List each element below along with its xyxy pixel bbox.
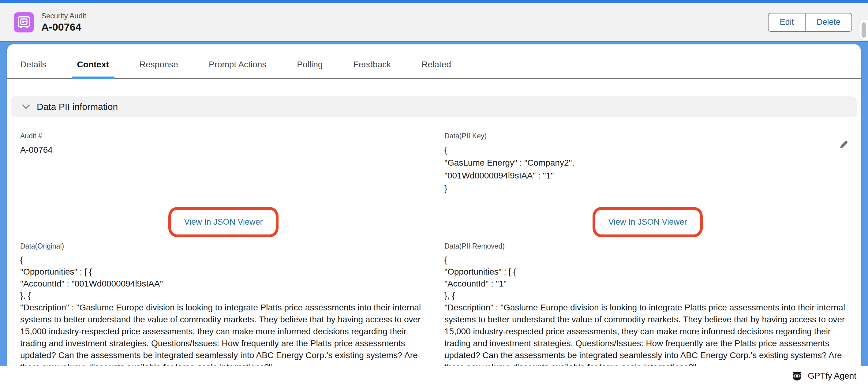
- tab-feedback[interactable]: Feedback: [353, 60, 391, 78]
- edit-pencil-icon[interactable]: [839, 140, 849, 150]
- agent-footer: GPTfy Agent: [0, 366, 868, 386]
- tab-details[interactable]: Details: [20, 60, 46, 78]
- field-data-original: Data(Original) { "Opportunities" : [ { "…: [20, 241, 427, 366]
- pii-key-value: { "GasLume Energy" : "Company2", "001Wd0…: [444, 144, 851, 195]
- safe-icon: [17, 16, 31, 29]
- data-pii-removed-value: { "Opportunities" : [ { "AccountId" : "1…: [444, 254, 851, 366]
- json-viewer-cell-left: View In JSON Viewer: [20, 202, 427, 237]
- annotation-box-right: View In JSON Viewer: [593, 207, 703, 237]
- tab-bar: Details Context Response Prompt Actions …: [7, 44, 861, 79]
- field-data-pii-removed: Data(PII Removed) { "Opportunities" : [ …: [444, 241, 851, 366]
- json-viewer-cell-right: View In JSON Viewer: [444, 202, 851, 237]
- audit-number-label: Audit #: [20, 131, 427, 141]
- scrollbar-thumb[interactable]: [862, 22, 866, 38]
- data-pii-removed-label: Data(PII Removed): [444, 241, 851, 251]
- chevron-down-icon[interactable]: [22, 105, 30, 109]
- tab-response[interactable]: Response: [140, 60, 178, 78]
- data-original-label: Data(Original): [20, 241, 427, 251]
- record-titles: Security Audit A-00764: [41, 12, 86, 33]
- data-original-value: { "Opportunities" : [ { "AccountId" : "0…: [20, 254, 427, 366]
- record-header: Security Audit A-00764 Edit Delete: [0, 3, 868, 41]
- record-type-label: Security Audit: [41, 12, 86, 20]
- edit-button[interactable]: Edit: [768, 13, 805, 32]
- audit-number-value: A-00764: [20, 144, 427, 156]
- security-audit-safe-icon: [14, 12, 34, 32]
- view-in-json-viewer-link-right[interactable]: View In JSON Viewer: [608, 217, 687, 227]
- annotation-box-left: View In JSON Viewer: [168, 207, 278, 237]
- view-in-json-viewer-link-left[interactable]: View In JSON Viewer: [184, 217, 262, 227]
- agent-label: GPTfy Agent: [808, 371, 856, 381]
- section-header-data-pii[interactable]: Data PII information: [11, 96, 857, 117]
- field-audit-number: Audit # A-00764: [20, 131, 427, 202]
- top-accent-bar: [0, 0, 868, 3]
- delete-button[interactable]: Delete: [805, 13, 852, 32]
- section-title: Data PII information: [37, 101, 118, 112]
- tab-prompt-actions[interactable]: Prompt Actions: [209, 60, 266, 78]
- field-pii-key: Data(PII Key) { "GasLume Energy" : "Comp…: [444, 131, 851, 202]
- record-detail-card: Details Context Response Prompt Actions …: [7, 44, 861, 366]
- tab-related[interactable]: Related: [422, 60, 451, 78]
- tab-context[interactable]: Context: [77, 60, 109, 78]
- tab-polling[interactable]: Polling: [297, 60, 322, 78]
- page-scrollbar[interactable]: [860, 20, 868, 40]
- pii-key-label: Data(PII Key): [444, 131, 851, 141]
- record-actions: Edit Delete: [768, 13, 852, 32]
- robot-agent-icon: [791, 371, 803, 381]
- page-title: A-00764: [41, 21, 86, 33]
- field-grid: Audit # A-00764 Data(PII Key) { "GasLume…: [20, 131, 851, 366]
- page: Security Audit A-00764 Edit Delete Detai…: [0, 0, 868, 386]
